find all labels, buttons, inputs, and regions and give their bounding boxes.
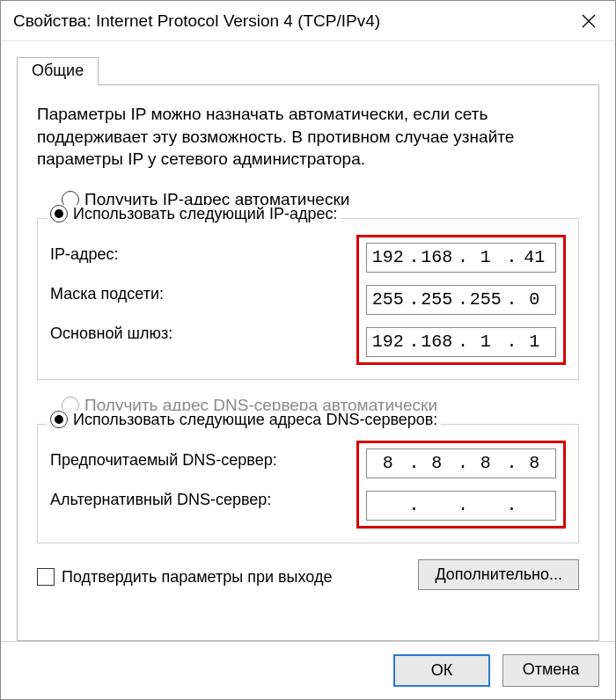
ip-manual-label: Использовать следующий IP-адрес: <box>73 205 337 223</box>
ip-address-input[interactable]: 192. 168. 1. 41 <box>366 243 556 273</box>
radio-icon <box>50 205 68 222</box>
tab-row: Общие <box>17 57 599 85</box>
ip-fieldset: Использовать следующий IP-адрес: IP-адре… <box>37 218 579 380</box>
close-button[interactable] <box>562 1 615 41</box>
gateway-input[interactable]: 192. 168. 1. 1 <box>366 327 556 357</box>
dns-preferred-input[interactable]: 8. 8. 8. 8 <box>366 448 556 478</box>
dns-alternate-label: Альтернативный DNS-сервер: <box>50 491 342 509</box>
cancel-button[interactable]: Отмена <box>502 654 599 687</box>
dns-alternate-input[interactable]: . . . <box>366 491 556 521</box>
ip-address-label: IP-адрес: <box>50 245 342 264</box>
dialog-footer: ОК Отмена <box>1 641 615 699</box>
dns-preferred-label: Предпочитаемый DNS-сервер: <box>50 451 342 470</box>
radio-icon <box>50 411 68 428</box>
tab-general[interactable]: Общие <box>17 57 99 85</box>
validate-label: Подтвердить параметры при выходе <box>62 568 332 587</box>
dns-manual-label: Использовать следующие адреса DNS-сервер… <box>73 411 437 429</box>
ip-manual-radio[interactable]: Использовать следующий IP-адрес: <box>47 205 341 223</box>
advanced-button[interactable]: Дополнительно... <box>418 559 579 590</box>
dns-fieldset: Использовать следующие адреса DNS-сервер… <box>37 424 579 543</box>
dns-highlight-box: 8. 8. 8. 8 . . . <box>356 441 566 529</box>
validate-checkbox[interactable]: Подтвердить параметры при выходе <box>37 568 418 587</box>
ok-button[interactable]: ОК <box>393 654 490 687</box>
tab-body: Параметры IP можно назначать автоматичес… <box>17 85 599 641</box>
titlebar: Свойства: Internet Protocol Version 4 (T… <box>1 1 615 41</box>
close-icon <box>582 14 596 28</box>
description-text: Параметры IP можно назначать автоматичес… <box>37 103 579 171</box>
client-area: Общие Параметры IP можно назначать автом… <box>1 41 615 641</box>
subnet-mask-label: Маска подсети: <box>50 285 342 303</box>
window-title: Свойства: Internet Protocol Version 4 (T… <box>13 11 562 31</box>
ip-highlight-box: 192. 168. 1. 41 255. 255. 255. 0 192 <box>356 235 566 365</box>
dns-manual-radio[interactable]: Использовать следующие адреса DNS-сервер… <box>47 411 441 429</box>
dialog-window: Свойства: Internet Protocol Version 4 (T… <box>0 0 616 700</box>
checkbox-icon <box>37 568 55 586</box>
subnet-mask-input[interactable]: 255. 255. 255. 0 <box>366 285 556 315</box>
gateway-label: Основной шлюз: <box>50 324 342 343</box>
